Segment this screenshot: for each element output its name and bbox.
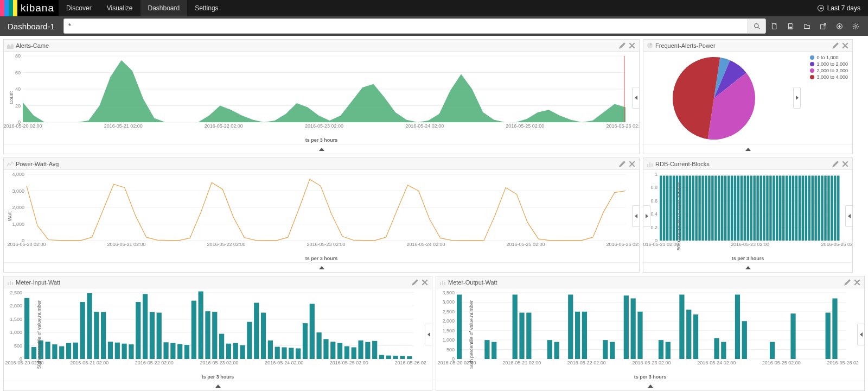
svg-text:2,500: 2,500 bbox=[442, 309, 455, 314]
close-icon[interactable] bbox=[628, 160, 636, 168]
svg-rect-252 bbox=[735, 294, 740, 359]
svg-rect-177 bbox=[233, 343, 238, 359]
svg-rect-111 bbox=[795, 175, 797, 241]
close-icon[interactable] bbox=[421, 279, 429, 286]
line-chart-icon bbox=[7, 161, 14, 167]
svg-line-1 bbox=[758, 27, 760, 29]
svg-text:2,000: 2,000 bbox=[10, 303, 22, 308]
svg-text:2016-05-26 02:00: 2016-05-26 02:00 bbox=[606, 123, 639, 129]
search-button[interactable] bbox=[748, 18, 766, 34]
svg-text:2016-05-25 02:00: 2016-05-25 02:00 bbox=[506, 123, 544, 129]
svg-rect-114 bbox=[805, 175, 807, 241]
tab-settings[interactable]: Settings bbox=[187, 0, 226, 16]
svg-rect-181 bbox=[261, 313, 266, 359]
legend-toggle[interactable] bbox=[845, 205, 853, 227]
svg-point-0 bbox=[754, 23, 758, 27]
close-icon[interactable] bbox=[853, 279, 861, 286]
svg-rect-234 bbox=[526, 313, 531, 359]
alerts-chart[interactable]: 0204060802016-05-20 02:002016-05-21 02:0… bbox=[4, 52, 639, 137]
y-axis-label: Watt bbox=[7, 211, 12, 221]
svg-rect-126 bbox=[10, 281, 11, 285]
y-axis-label: 50th percentile of value.number bbox=[676, 182, 681, 250]
legend-toggle[interactable] bbox=[425, 324, 432, 345]
svg-text:0.2: 0.2 bbox=[650, 225, 658, 230]
svg-rect-116 bbox=[811, 175, 813, 241]
spy-toggle[interactable] bbox=[643, 262, 852, 272]
add-panel-button[interactable] bbox=[831, 18, 847, 34]
edit-icon[interactable] bbox=[832, 160, 839, 168]
svg-text:2,500: 2,500 bbox=[10, 290, 22, 295]
spy-toggle[interactable] bbox=[4, 381, 432, 390]
svg-rect-200 bbox=[393, 356, 398, 359]
tab-visualize[interactable]: Visualize bbox=[99, 0, 141, 16]
svg-rect-187 bbox=[303, 323, 308, 359]
svg-text:2016-05-25 02:00: 2016-05-25 02:00 bbox=[506, 242, 545, 247]
panel-title: Frequent-Alerts-Power bbox=[655, 42, 716, 49]
svg-rect-167 bbox=[163, 342, 168, 359]
spy-toggle[interactable] bbox=[4, 262, 639, 272]
share-button[interactable] bbox=[815, 18, 831, 34]
svg-rect-108 bbox=[786, 175, 788, 241]
svg-text:2016-05-24 02:00: 2016-05-24 02:00 bbox=[406, 242, 445, 247]
x-axis-label: ts per 3 hours bbox=[305, 137, 338, 143]
save-button[interactable] bbox=[782, 18, 799, 34]
svg-text:2016-05-22 02:00: 2016-05-22 02:00 bbox=[567, 360, 606, 365]
search-input[interactable] bbox=[63, 18, 748, 34]
close-icon[interactable] bbox=[841, 160, 849, 168]
dashboard-name[interactable]: Dashboard-1 bbox=[4, 22, 63, 31]
svg-rect-87 bbox=[718, 175, 720, 241]
svg-text:80: 80 bbox=[15, 53, 21, 59]
legend-toggle-left[interactable] bbox=[643, 205, 650, 227]
svg-rect-99 bbox=[756, 175, 758, 241]
svg-rect-127 bbox=[12, 282, 13, 285]
svg-rect-80 bbox=[695, 175, 697, 241]
svg-rect-82 bbox=[701, 175, 704, 241]
meter-input-chart[interactable]: 05001,0001,5002,0002,5002016-05-20 02:00… bbox=[4, 288, 426, 374]
tab-dashboard[interactable]: Dashboard bbox=[141, 0, 188, 16]
edit-icon[interactable] bbox=[411, 279, 419, 286]
close-icon[interactable] bbox=[841, 42, 849, 49]
svg-rect-243 bbox=[631, 298, 636, 359]
edit-icon[interactable] bbox=[844, 279, 851, 286]
brand-logo[interactable]: kibana bbox=[0, 0, 59, 16]
options-button[interactable] bbox=[847, 18, 864, 34]
spy-toggle[interactable] bbox=[643, 144, 852, 154]
svg-rect-79 bbox=[692, 175, 694, 241]
meter-output-chart[interactable]: 05001,0001,5002,0002,5003,0003,5002016-0… bbox=[436, 288, 858, 374]
close-icon[interactable] bbox=[628, 42, 636, 49]
time-filter[interactable]: Last 7 days bbox=[818, 0, 868, 16]
tab-discover[interactable]: Discover bbox=[59, 0, 99, 16]
power-chart[interactable]: 01,0002,0003,0004,0002016-05-20 02:00201… bbox=[4, 170, 639, 256]
svg-rect-192 bbox=[337, 343, 342, 359]
time-filter-label: Last 7 days bbox=[827, 4, 860, 12]
legend-toggle[interactable] bbox=[793, 87, 801, 109]
svg-rect-88 bbox=[721, 175, 723, 241]
x-axis-label: ts per 3 hours bbox=[305, 256, 338, 261]
edit-icon[interactable] bbox=[832, 42, 839, 49]
svg-rect-185 bbox=[289, 348, 293, 359]
open-button[interactable] bbox=[799, 18, 815, 34]
svg-rect-71 bbox=[666, 175, 668, 241]
legend-toggle[interactable] bbox=[632, 205, 640, 227]
svg-text:2,000: 2,000 bbox=[442, 318, 455, 324]
svg-text:2016-05-25 02:00: 2016-05-25 02:00 bbox=[762, 360, 801, 365]
svg-text:1,000: 1,000 bbox=[10, 330, 22, 335]
y-axis-label: 50th percentile of value.number bbox=[36, 300, 42, 369]
spy-toggle[interactable] bbox=[4, 144, 639, 154]
edit-icon[interactable] bbox=[618, 42, 626, 49]
open-icon bbox=[803, 23, 810, 30]
legend-toggle[interactable] bbox=[857, 324, 865, 345]
legend-toggle[interactable] bbox=[632, 87, 640, 109]
svg-rect-91 bbox=[731, 175, 733, 241]
rdb-chart[interactable]: 00.20.40.60.812016-05-21 02:002016-05-23… bbox=[643, 170, 852, 256]
svg-rect-52 bbox=[649, 162, 650, 167]
edit-icon[interactable] bbox=[618, 160, 626, 168]
spy-toggle[interactable] bbox=[436, 381, 864, 390]
new-dashboard-button[interactable] bbox=[766, 18, 782, 34]
svg-rect-168 bbox=[170, 343, 175, 359]
svg-rect-110 bbox=[792, 175, 794, 241]
svg-line-13 bbox=[857, 24, 858, 24]
svg-rect-171 bbox=[192, 301, 196, 359]
svg-rect-205 bbox=[444, 282, 445, 285]
panel-meter-input-watt: Meter-Input-Watt 50th percentile of valu… bbox=[3, 276, 432, 391]
